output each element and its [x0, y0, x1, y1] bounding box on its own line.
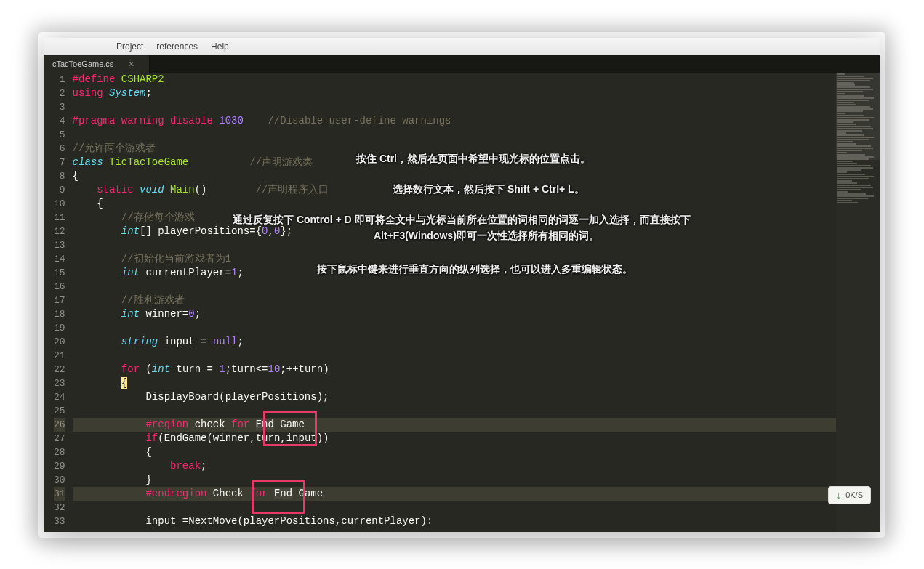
code-line[interactable]: }: [73, 473, 836, 487]
minimap[interactable]: [836, 73, 880, 532]
code-line[interactable]: string input = null;: [73, 335, 836, 349]
code-line[interactable]: {: [73, 376, 836, 390]
line-number: 27: [54, 432, 65, 445]
tab-filename: cTacToeGame.cs: [52, 60, 113, 68]
line-number: 31: [54, 487, 65, 501]
line-number: 14: [54, 252, 65, 266]
line-number: 21: [54, 349, 65, 363]
line-number: 4: [54, 114, 65, 128]
code-line[interactable]: #region check for End Game: [73, 418, 836, 432]
code-line[interactable]: //存储每个游戏: [73, 211, 836, 225]
line-number: 1: [54, 73, 65, 86]
line-number: 26: [54, 418, 65, 432]
line-number: 10: [54, 197, 65, 211]
code-line[interactable]: class TicTacToeGame //声明游戏类: [73, 156, 836, 169]
code-line[interactable]: {: [73, 445, 836, 459]
code-line[interactable]: [73, 349, 836, 363]
code-line[interactable]: using System;: [73, 86, 836, 100]
code-line[interactable]: input =NextMove(playerPositions,currentP…: [73, 514, 836, 528]
line-number: 13: [54, 238, 65, 252]
close-icon[interactable]: ×: [128, 59, 134, 69]
code-line[interactable]: DisplayBoard(playerPositions);: [73, 390, 836, 404]
code-line[interactable]: //初始化当前游戏者为1: [73, 252, 836, 266]
menu-help[interactable]: Help: [211, 41, 229, 52]
code-line[interactable]: [73, 501, 836, 514]
code-line[interactable]: if(EndGame(winner,turn,input)): [73, 432, 836, 445]
line-number: 20: [54, 335, 65, 349]
line-number: 8: [54, 169, 65, 183]
menu-project[interactable]: Project: [116, 41, 143, 52]
code-line[interactable]: [73, 128, 836, 142]
code-line[interactable]: [73, 238, 836, 252]
line-number: 15: [54, 266, 65, 280]
tab-file[interactable]: cTacToeGame.cs ×: [44, 55, 150, 73]
line-number: 22: [54, 363, 65, 376]
code-line[interactable]: [73, 321, 836, 335]
code-line[interactable]: for (int turn = 1;turn<=10;++turn): [73, 363, 836, 376]
line-number-gutter: 1234567891011121314151617181920212223242…: [44, 73, 73, 532]
code-line[interactable]: break;: [73, 459, 836, 473]
line-number: 28: [54, 445, 65, 459]
tab-strip: cTacToeGame.cs ×: [44, 55, 880, 73]
line-number: 16: [54, 280, 65, 294]
line-number: 32: [54, 501, 65, 514]
line-number: 18: [54, 307, 65, 321]
line-number: 33: [54, 514, 65, 528]
code-editor[interactable]: 1234567891011121314151617181920212223242…: [44, 73, 880, 532]
code-line[interactable]: [73, 100, 836, 114]
code-line[interactable]: int winner=0;: [73, 307, 836, 321]
line-number: 2: [54, 86, 65, 100]
line-number: 23: [54, 376, 65, 390]
line-number: 11: [54, 211, 65, 225]
line-number: 5: [54, 128, 65, 142]
code-area[interactable]: #define CSHARP2using System; #pragma war…: [73, 73, 836, 532]
code-line[interactable]: static void Main() //声明程序入口: [73, 183, 836, 197]
editor-window: Project references Help cTacToeGame.cs ×…: [44, 38, 880, 532]
code-line[interactable]: {: [73, 197, 836, 211]
code-line[interactable]: int[] playerPositions={0,0};: [73, 225, 836, 238]
code-line[interactable]: #pragma warning disable 1030 //Disable u…: [73, 114, 836, 128]
code-line[interactable]: int currentPlayer=1;: [73, 266, 836, 280]
line-number: 29: [54, 459, 65, 473]
code-line[interactable]: #endregion Check for End Game: [73, 487, 836, 501]
network-badge: ↓ 0K/S: [828, 486, 871, 504]
download-arrow-icon: ↓: [836, 488, 841, 502]
line-number: 7: [54, 156, 65, 169]
line-number: 12: [54, 225, 65, 238]
code-line[interactable]: //允许两个游戏者: [73, 142, 836, 156]
code-line[interactable]: [73, 404, 836, 418]
line-number: 24: [54, 390, 65, 404]
line-number: 6: [54, 142, 65, 156]
line-number: 3: [54, 100, 65, 114]
code-line[interactable]: {: [73, 169, 836, 183]
line-number: 9: [54, 183, 65, 197]
line-number: 19: [54, 321, 65, 335]
code-line[interactable]: //胜利游戏者: [73, 294, 836, 307]
code-line[interactable]: #define CSHARP2: [73, 73, 836, 86]
badge-text: 0K/S: [845, 488, 863, 502]
code-line[interactable]: [73, 280, 836, 294]
line-number: 30: [54, 473, 65, 487]
line-number: 25: [54, 404, 65, 418]
line-number: 17: [54, 294, 65, 307]
menu-references[interactable]: references: [156, 41, 198, 52]
menubar: Project references Help: [44, 38, 880, 55]
